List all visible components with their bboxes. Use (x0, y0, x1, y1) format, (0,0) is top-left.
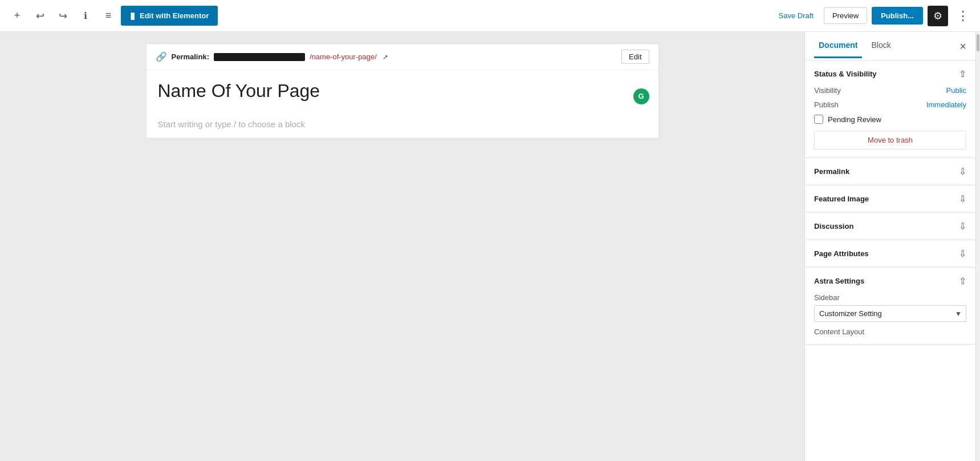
preview-button[interactable]: Preview (824, 7, 867, 24)
editor-card: 🔗 Permalink: /name-of-your-page/ ➚ Edit … (146, 43, 659, 139)
visibility-row: Visibility Public (814, 86, 966, 95)
section-permalink-title: Permalink (814, 167, 849, 176)
add-icon: + (14, 10, 21, 22)
move-to-trash-button[interactable]: Move to trash (814, 131, 966, 149)
sidebar-select-wrapper: Customizer Setting Left Sidebar Right Si… (814, 305, 966, 322)
content-layout-label: Content Layout (814, 327, 966, 336)
pending-review-label: Pending Review (828, 115, 881, 124)
undo-icon: ↩ (36, 10, 44, 22)
page-title-input[interactable] (158, 79, 647, 103)
section-page-attributes: Page Attributes ⇩ (805, 240, 975, 268)
preview-label: Preview (832, 11, 859, 20)
external-link-icon: ➚ (383, 53, 388, 61)
section-page-attributes-header[interactable]: Page Attributes ⇩ (814, 248, 966, 259)
scrollbar-track[interactable] (975, 32, 980, 461)
tab-document-label: Document (819, 41, 857, 50)
permalink-bar: 🔗 Permalink: /name-of-your-page/ ➚ Edit (147, 44, 658, 70)
section-status-visibility-content: Visibility Public Publish Immediately Pe… (814, 86, 966, 149)
elementor-icon: ▮ (130, 10, 135, 21)
sidebar-close-button[interactable]: × (959, 41, 966, 52)
permalink-label: Permalink: (172, 52, 209, 61)
save-draft-button[interactable]: Save Draft (773, 8, 819, 23)
publish-row: Publish Immediately (814, 100, 966, 109)
sidebar-select-label: Sidebar (814, 293, 966, 302)
move-to-trash-label: Move to trash (868, 136, 913, 144)
chevron-down-icon: ⇩ (959, 166, 966, 177)
section-discussion-title: Discussion (814, 222, 853, 230)
section-discussion: Discussion ⇩ (805, 213, 975, 240)
pending-review-checkbox[interactable] (814, 115, 823, 124)
redo-button[interactable]: ↪ (52, 6, 73, 26)
sidebar-select[interactable]: Customizer Setting Left Sidebar Right Si… (814, 305, 966, 322)
publish-label: Publish (814, 100, 839, 109)
section-status-visibility-title: Status & Visibility (814, 70, 877, 78)
sidebar-header: Document Block × (805, 32, 975, 60)
section-featured-image-header[interactable]: Featured Image ⇩ (814, 193, 966, 204)
elementor-button-label: Edit with Elementor (140, 11, 209, 20)
tab-block[interactable]: Block (867, 34, 895, 58)
permalink-redacted (214, 53, 305, 61)
section-astra-settings-header[interactable]: Astra Settings ⇧ (814, 276, 966, 286)
sidebar-select-row: Sidebar Customizer Setting Left Sidebar … (814, 293, 966, 322)
title-area: G (147, 70, 658, 110)
chevron-up-icon-2: ⇧ (959, 276, 966, 286)
content-placeholder-text: Start writing or type / to choose a bloc… (158, 119, 305, 129)
publish-value[interactable]: Immediately (926, 100, 966, 109)
main-layout: 🔗 Permalink: /name-of-your-page/ ➚ Edit … (0, 32, 980, 461)
publish-label: Publish... (881, 11, 914, 20)
astra-settings-content: Sidebar Customizer Setting Left Sidebar … (814, 293, 966, 336)
more-options-button[interactable]: ⋮ (953, 6, 973, 26)
visibility-label: Visibility (814, 86, 841, 95)
tab-block-label: Block (871, 41, 890, 50)
section-astra-settings: Astra Settings ⇧ Sidebar Customizer Sett… (805, 268, 975, 345)
settings-icon: ⚙ (933, 10, 942, 22)
close-icon: × (959, 40, 966, 52)
info-button[interactable]: ℹ (75, 6, 96, 26)
list-view-button[interactable]: ≡ (98, 6, 119, 26)
permalink-slug[interactable]: /name-of-your-page/ (310, 52, 377, 61)
section-permalink-header[interactable]: Permalink ⇩ (814, 166, 966, 177)
info-icon: ℹ (84, 10, 87, 21)
undo-button[interactable]: ↩ (30, 6, 50, 26)
tab-document[interactable]: Document (814, 34, 862, 58)
section-permalink: Permalink ⇩ (805, 158, 975, 185)
permalink-edit-button[interactable]: Edit (621, 50, 649, 64)
toolbar-right: Save Draft Preview Publish... ⚙ ⋮ (773, 6, 973, 26)
section-astra-settings-title: Astra Settings (814, 277, 864, 285)
chevron-down-icon-3: ⇩ (959, 221, 966, 232)
publish-button[interactable]: Publish... (872, 7, 923, 25)
section-page-attributes-title: Page Attributes (814, 249, 869, 258)
settings-button[interactable]: ⚙ (928, 6, 948, 26)
section-featured-image: Featured Image ⇩ (805, 185, 975, 213)
chevron-down-icon-4: ⇩ (959, 248, 966, 259)
section-discussion-header[interactable]: Discussion ⇩ (814, 221, 966, 232)
chevron-up-icon: ⇧ (959, 68, 966, 79)
section-status-visibility-header[interactable]: Status & Visibility ⇧ (814, 68, 966, 79)
toolbar-left: + ↩ ↪ ℹ ≡ ▮ Edit with Elementor (7, 6, 218, 26)
permalink-url-base (214, 52, 305, 62)
section-featured-image-title: Featured Image (814, 195, 869, 203)
list-icon: ≡ (105, 10, 112, 22)
editor-area: 🔗 Permalink: /name-of-your-page/ ➚ Edit … (0, 32, 804, 461)
save-draft-label: Save Draft (779, 11, 814, 20)
pending-review-row: Pending Review (814, 115, 966, 124)
content-placeholder[interactable]: Start writing or type / to choose a bloc… (147, 110, 658, 138)
add-button[interactable]: + (7, 6, 27, 26)
link-icon: 🔗 (156, 51, 167, 62)
scrollbar-thumb[interactable] (977, 34, 979, 51)
chevron-down-icon-2: ⇩ (959, 193, 966, 204)
visibility-value[interactable]: Public (946, 86, 966, 95)
section-status-visibility: Status & Visibility ⇧ Visibility Public … (805, 60, 975, 158)
grammarly-icon: G (633, 88, 649, 104)
redo-icon: ↪ (59, 10, 67, 22)
more-icon: ⋮ (957, 9, 969, 23)
edit-with-elementor-button[interactable]: ▮ Edit with Elementor (121, 6, 218, 26)
toolbar: + ↩ ↪ ℹ ≡ ▮ Edit with Elementor Save Dra… (0, 0, 980, 32)
sidebar: Document Block × Status & Visibility ⇧ V… (804, 32, 975, 461)
